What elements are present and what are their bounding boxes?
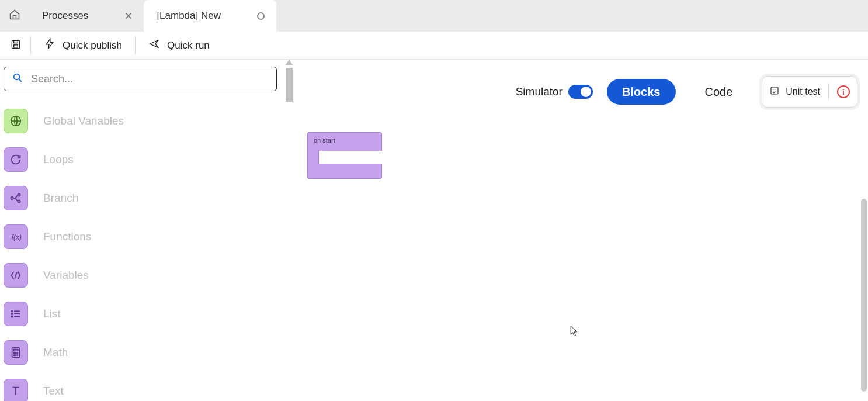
category-functions[interactable]: f(x) Functions	[4, 217, 277, 256]
mouse-cursor-icon	[570, 326, 578, 340]
svg-point-16	[12, 316, 13, 317]
unsaved-indicator-icon	[256, 11, 266, 21]
category-variables[interactable]: Variables	[4, 256, 277, 295]
checklist-icon	[769, 85, 780, 98]
canvas-scrollbar[interactable]	[285, 60, 293, 401]
quick-run-label: Quick run	[167, 40, 210, 51]
svg-point-22	[14, 355, 15, 355]
svg-text:f(x): f(x)	[12, 233, 22, 241]
svg-point-4	[14, 74, 20, 80]
scroll-up-arrow-icon[interactable]	[285, 60, 293, 65]
category-list[interactable]: List	[4, 295, 277, 333]
svg-point-24	[17, 355, 18, 355]
lightning-icon	[44, 38, 55, 53]
on-start-block[interactable]: on start	[307, 132, 382, 179]
list-icon	[4, 302, 28, 326]
simulator-label: Simulator	[516, 85, 563, 98]
svg-point-20	[15, 352, 16, 353]
category-label: Loops	[43, 153, 74, 166]
block-canvas[interactable]: Simulator Blocks Code Unit test i on sta…	[282, 60, 868, 401]
svg-point-15	[12, 313, 13, 314]
save-icon	[10, 39, 22, 53]
block-header: on start	[307, 132, 382, 151]
svg-point-9	[18, 200, 20, 202]
globe-icon	[4, 109, 28, 133]
quick-publish-label: Quick publish	[63, 40, 122, 51]
category-label: Functions	[43, 230, 91, 243]
blocks-label: Blocks	[622, 85, 661, 99]
action-bar: Quick publish Quick run	[0, 32, 868, 60]
category-label: Math	[43, 346, 68, 359]
divider	[135, 37, 136, 54]
branch-icon	[4, 186, 28, 210]
svg-point-8	[18, 193, 20, 196]
home-button[interactable]	[0, 0, 29, 32]
svg-point-21	[17, 352, 18, 353]
canvas-top-controls: Simulator Blocks Code Unit test i	[516, 76, 857, 108]
block-body-slot[interactable]	[307, 151, 382, 164]
quick-publish-button[interactable]: Quick publish	[36, 34, 130, 56]
block-label: on start	[314, 137, 335, 144]
loop-icon	[4, 147, 28, 172]
svg-point-14	[12, 311, 13, 312]
search-field-wrapper[interactable]	[4, 67, 277, 91]
category-label: Variables	[43, 269, 89, 282]
fx-icon: f(x)	[4, 224, 28, 249]
svg-rect-3	[14, 44, 18, 47]
window-scrollbar[interactable]	[861, 199, 867, 392]
category-label: List	[43, 307, 61, 320]
info-error-icon[interactable]: i	[837, 85, 850, 98]
code-variable-icon	[4, 263, 28, 288]
category-label: Global Variables	[43, 115, 124, 127]
calculator-icon	[4, 340, 28, 365]
unit-test-panel[interactable]: Unit test i	[762, 76, 857, 108]
search-input[interactable]	[31, 73, 268, 85]
close-icon[interactable]	[123, 11, 133, 21]
save-button[interactable]	[6, 36, 26, 56]
divider	[30, 37, 31, 54]
svg-line-5	[19, 79, 22, 82]
tab-lambda-new[interactable]: [Lambda] New	[144, 0, 276, 32]
tab-bar: Processes [Lambda] New	[0, 0, 868, 32]
svg-point-23	[15, 355, 16, 355]
category-math[interactable]: Math	[4, 333, 277, 372]
scroll-thumb[interactable]	[286, 68, 293, 102]
svg-point-19	[14, 352, 15, 353]
category-branch[interactable]: Branch	[4, 179, 277, 217]
category-label: Branch	[43, 192, 78, 205]
view-blocks-button[interactable]: Blocks	[607, 79, 676, 105]
block-footer	[307, 164, 382, 179]
home-icon	[9, 9, 20, 23]
tab-processes[interactable]: Processes	[29, 0, 144, 32]
send-icon	[148, 38, 160, 53]
unit-test-label: Unit test	[786, 87, 820, 97]
tab-label: [Lambda] New	[157, 10, 221, 22]
simulator-toggle-group: Simulator	[516, 85, 593, 99]
category-label: Text	[43, 385, 64, 397]
code-label: Code	[705, 85, 733, 99]
category-global-variables[interactable]: Global Variables	[4, 102, 277, 140]
divider	[828, 84, 829, 100]
block-category-sidebar: Global Variables Loops Branch f(x) Funct…	[0, 60, 282, 401]
svg-rect-18	[13, 350, 18, 351]
view-code-button[interactable]: Code	[690, 79, 748, 105]
main-area: Global Variables Loops Branch f(x) Funct…	[0, 60, 868, 401]
tab-label: Processes	[42, 10, 88, 22]
svg-point-7	[11, 197, 13, 199]
category-text[interactable]: Text	[4, 372, 277, 401]
quick-run-button[interactable]: Quick run	[140, 34, 218, 56]
search-icon	[12, 72, 23, 85]
text-icon	[4, 379, 28, 401]
simulator-toggle[interactable]	[568, 85, 593, 99]
category-loops[interactable]: Loops	[4, 140, 277, 179]
